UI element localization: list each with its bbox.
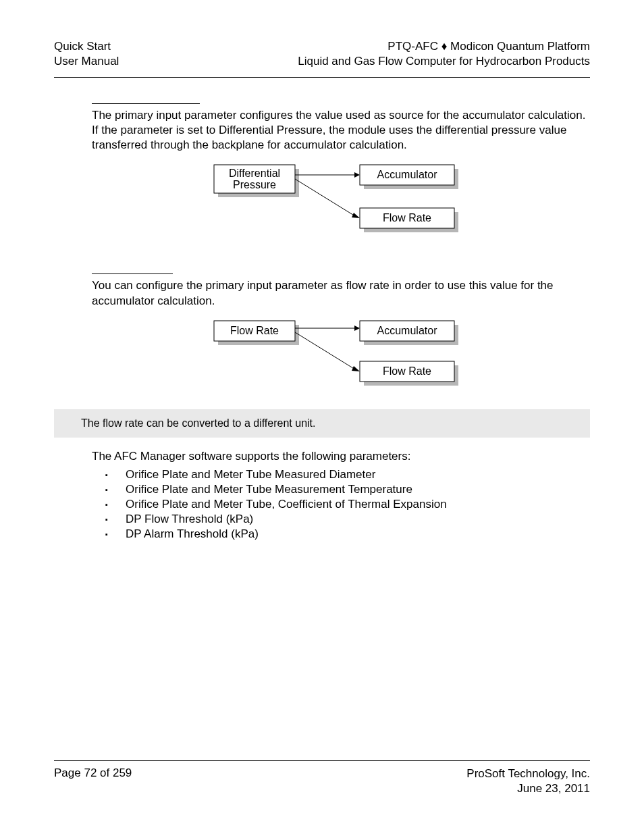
svg-marker-11 [354,172,360,178]
svg-text:Flow Rate: Flow Rate [383,365,431,377]
header-section: Quick Start [54,39,119,54]
svg-marker-26 [352,366,360,371]
section-divider [92,273,173,274]
page-footer: Page 72 of 259 ProSoft Technology, Inc. … [54,760,590,796]
header-left: Quick Start User Manual [54,39,119,69]
footer-page-number: Page 72 of 259 [54,766,132,796]
params-list: Orifice Plate and Meter Tube Measured Di… [105,467,587,542]
list-item: Orifice Plate and Meter Tube Measured Di… [105,467,587,482]
header-product: PTQ-AFC ♦ Modicon Quantum Platform [298,39,590,54]
diagram1-left-line2: Pressure [233,180,276,191]
list-item: Orifice Plate and Meter Tube Measurement… [105,482,587,497]
diagram2-left: Flow Rate [230,325,279,336]
paragraph-primary-input: The primary input parameter configures t… [92,108,587,153]
section-divider [92,103,200,104]
diagram1-right-top: Accumulator [377,170,438,181]
params-intro: The AFC Manager software supports the fo… [92,450,587,463]
diagram2-right-top: Accumulator [377,325,438,336]
diagram-flow-rate: Flow Rate Accumulator Flow Rate [92,318,587,396]
page-header: Quick Start User Manual PTQ-AFC ♦ Modico… [54,39,590,78]
svg-text:Differential: Differential [229,168,280,180]
header-subtitle: Liquid and Gas Flow Computer for Hydroca… [298,54,590,69]
svg-marker-13 [352,213,360,218]
list-item: DP Flow Threshold (kPa) [105,512,587,527]
footer-date: June 23, 2011 [466,781,590,796]
header-doc-type: User Manual [54,54,119,69]
header-right: PTQ-AFC ♦ Modicon Quantum Platform Liqui… [298,39,590,69]
diagram2-right-bottom: Flow Rate [383,365,431,377]
diagram-differential-pressure: Differential Pressure Accumulator Flow R… [92,162,587,246]
paragraph-flow-rate: You can configure the primary input para… [92,278,587,308]
list-item: Orifice Plate and Meter Tube, Coefficien… [105,497,587,512]
svg-text:Accumulator: Accumulator [377,325,438,336]
diagram1-right-bottom: Flow Rate [383,213,431,224]
svg-line-25 [295,332,355,369]
svg-text:Flow Rate: Flow Rate [383,213,431,224]
footer-company: ProSoft Technology, Inc. [466,766,590,781]
list-item: DP Alarm Threshold (kPa) [105,527,587,542]
diagram1-left-line1: Differential [229,168,280,180]
svg-text:Pressure: Pressure [233,180,276,191]
svg-line-12 [295,179,355,216]
svg-marker-24 [354,325,360,331]
note-flow-rate-conversion: The flow rate can be converted to a diff… [54,409,590,438]
svg-text:Accumulator: Accumulator [377,170,438,181]
svg-text:Flow Rate: Flow Rate [230,325,279,336]
